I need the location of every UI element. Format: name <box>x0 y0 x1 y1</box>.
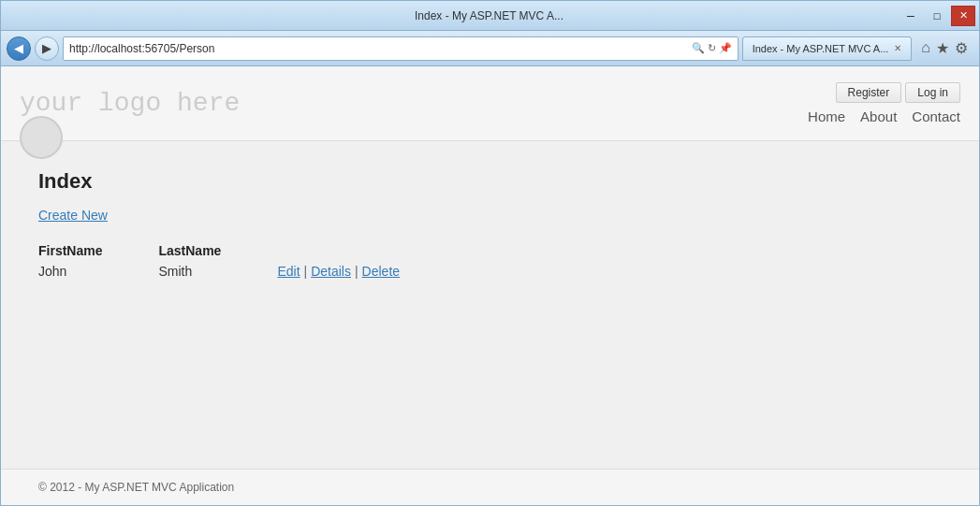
avatar <box>20 116 63 159</box>
tab-close-icon[interactable]: ✕ <box>894 43 901 53</box>
title-bar: Index - My ASP.NET MVC A... ─ □ ✕ <box>1 1 979 31</box>
site-nav: Home About Contact <box>808 108 960 124</box>
site-footer: © 2012 - My ASP.NET MVC Application <box>1 469 979 505</box>
table-container: FirstName LastName John Smith Edit | Det… <box>38 241 942 281</box>
separator: | <box>355 264 358 279</box>
back-button[interactable]: ◀ <box>7 36 31 61</box>
site-header: your logo here Register Log in Home Abou… <box>1 66 979 141</box>
refresh-icon: ↻ <box>708 42 716 54</box>
address-text: http://localhost:56705/Person <box>69 42 692 55</box>
settings-icon[interactable]: ⚙ <box>955 39 968 57</box>
browser-toolbar-right: ⌂ ★ ⚙ <box>915 39 973 57</box>
separator: | <box>304 264 308 279</box>
edit-link[interactable]: Edit <box>277 264 300 279</box>
maximize-icon: □ <box>934 10 941 22</box>
col-actions <box>277 241 437 262</box>
home-icon[interactable]: ⌂ <box>921 39 930 57</box>
back-icon: ◀ <box>14 41 23 55</box>
webpage: your logo here Register Log in Home Abou… <box>1 66 979 505</box>
details-link[interactable]: Details <box>311 264 351 279</box>
search-icon: 🔍 <box>692 42 705 54</box>
header-right: Register Log in Home About Contact <box>808 82 960 124</box>
row-actions: Edit | Details | Delete <box>277 264 400 279</box>
tab-label: Index - My ASP.NET MVC A... <box>753 43 889 54</box>
footer-text: © 2012 - My ASP.NET MVC Application <box>38 481 234 494</box>
nav-contact[interactable]: Contact <box>912 108 960 124</box>
address-bar-icons: 🔍 ↻ 📌 <box>692 42 732 54</box>
pin-icon: 📌 <box>719 42 732 54</box>
cell-firstname: John <box>38 262 158 281</box>
favorites-icon[interactable]: ★ <box>936 39 949 57</box>
minimize-button[interactable]: ─ <box>899 6 923 26</box>
table-header-row: FirstName LastName <box>38 241 437 262</box>
table-row: John Smith Edit | Details | Delete <box>38 262 437 281</box>
minimize-icon: ─ <box>907 10 914 22</box>
persons-table: FirstName LastName John Smith Edit | Det… <box>38 241 437 281</box>
site-logo: your logo here <box>20 89 240 118</box>
tab-bar: Index - My ASP.NET MVC A... ✕ <box>742 36 913 61</box>
cell-lastname: Smith <box>158 262 277 281</box>
cell-actions: Edit | Details | Delete <box>277 262 437 281</box>
address-bar[interactable]: http://localhost:56705/Person 🔍 ↻ 📌 <box>63 36 739 61</box>
close-icon: ✕ <box>959 9 968 22</box>
window-title: Index - My ASP.NET MVC A... <box>80 9 899 22</box>
col-lastname: LastName <box>158 241 277 262</box>
close-button[interactable]: ✕ <box>951 6 975 26</box>
register-button[interactable]: Register <box>836 82 902 103</box>
create-new-link[interactable]: Create New <box>38 208 108 223</box>
main-content: Index Create New FirstName LastName John… <box>1 141 979 469</box>
browser-tab[interactable]: Index - My ASP.NET MVC A... ✕ <box>742 36 913 61</box>
nav-about[interactable]: About <box>860 108 897 124</box>
header-auth: Register Log in <box>836 82 960 103</box>
nav-bar: ◀ ▶ http://localhost:56705/Person 🔍 ↻ 📌 … <box>1 31 979 66</box>
window-controls: ─ □ ✕ <box>899 6 975 26</box>
forward-button[interactable]: ▶ <box>35 36 59 61</box>
nav-home[interactable]: Home <box>808 108 845 124</box>
col-firstname: FirstName <box>38 241 158 262</box>
forward-icon: ▶ <box>42 41 51 55</box>
login-button[interactable]: Log in <box>905 82 960 103</box>
delete-link[interactable]: Delete <box>362 264 400 279</box>
maximize-button[interactable]: □ <box>925 6 949 26</box>
page-title: Index <box>38 169 942 194</box>
browser-window: Index - My ASP.NET MVC A... ─ □ ✕ ◀ ▶ ht… <box>0 0 980 506</box>
